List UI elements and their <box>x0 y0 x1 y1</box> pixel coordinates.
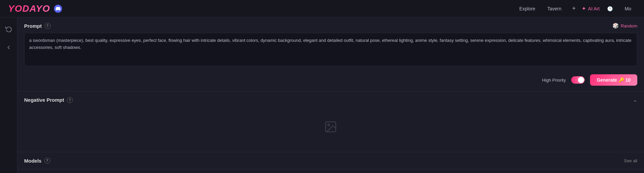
see-all-button[interactable]: See all <box>624 158 637 163</box>
tavern-button[interactable]: Tavern <box>543 4 566 13</box>
top-navigation: YODAYO Explore Tavern + ✦ AI Art 🕐 Mo <box>0 0 644 17</box>
prompt-section-actions: 🎲 Random <box>612 23 637 29</box>
random-button[interactable]: 🎲 Random <box>612 23 637 29</box>
negative-prompt-help-icon[interactable]: ? <box>67 97 73 103</box>
sparkle-icon: ✦ <box>582 5 586 12</box>
back-icon[interactable] <box>3 41 15 54</box>
ai-art-button[interactable]: ✦ AI Art <box>582 5 599 12</box>
history-icon[interactable] <box>3 23 15 35</box>
history-nav-button[interactable]: 🕐 <box>602 4 618 13</box>
image-placeholder-icon <box>324 120 337 134</box>
prompt-title-group: Prompt ? <box>24 23 51 29</box>
high-priority-label: High Priority <box>542 78 566 83</box>
prompt-area <box>17 33 644 72</box>
high-priority-toggle[interactable] <box>571 76 585 84</box>
nav-right: Explore Tavern + ✦ AI Art 🕐 Mo <box>515 4 636 13</box>
models-section: Models ? See all <box>17 152 644 169</box>
prompt-title: Prompt <box>24 23 42 29</box>
generate-button[interactable]: Generate 🔑 10 <box>590 74 637 86</box>
negative-prompt-title-group: Negative Prompt ? <box>24 97 73 103</box>
prompt-textarea[interactable] <box>24 33 637 66</box>
negative-prompt-section: Negative Prompt ? ⌄ <box>17 91 644 152</box>
prompt-help-icon[interactable]: ? <box>45 23 51 29</box>
models-title-group: Models ? <box>24 158 50 164</box>
main-content: Prompt ? 🎲 Random High Priority <box>17 17 644 173</box>
prompt-bottom-bar: High Priority Generate 🔑 10 <box>17 72 644 91</box>
dice-icon: 🎲 <box>612 23 619 29</box>
prompt-section-header: Prompt ? 🎲 Random <box>17 17 644 33</box>
clock-icon: 🕐 <box>607 6 613 11</box>
negative-prompt-title: Negative Prompt <box>24 97 64 103</box>
prompt-section: Prompt ? 🎲 Random High Priority <box>17 17 644 91</box>
logo: YODAYO <box>8 3 50 14</box>
more-button[interactable]: Mo <box>620 4 636 13</box>
chevron-down-icon: ⌄ <box>633 97 637 103</box>
main-layout: Prompt ? 🎲 Random High Priority <box>0 17 644 173</box>
negative-prompt-content <box>17 108 644 152</box>
explore-button[interactable]: Explore <box>515 4 540 13</box>
models-title: Models <box>24 158 42 164</box>
plus-button[interactable]: + <box>569 4 579 13</box>
discord-icon[interactable] <box>54 5 62 13</box>
svg-point-1 <box>328 124 330 126</box>
negative-prompt-header[interactable]: Negative Prompt ? ⌄ <box>17 91 644 108</box>
left-sidebar <box>0 17 17 173</box>
models-section-header: Models ? See all <box>17 152 644 169</box>
image-icon <box>324 120 337 134</box>
models-help-icon[interactable]: ? <box>44 158 50 164</box>
nav-left: YODAYO <box>8 3 62 14</box>
